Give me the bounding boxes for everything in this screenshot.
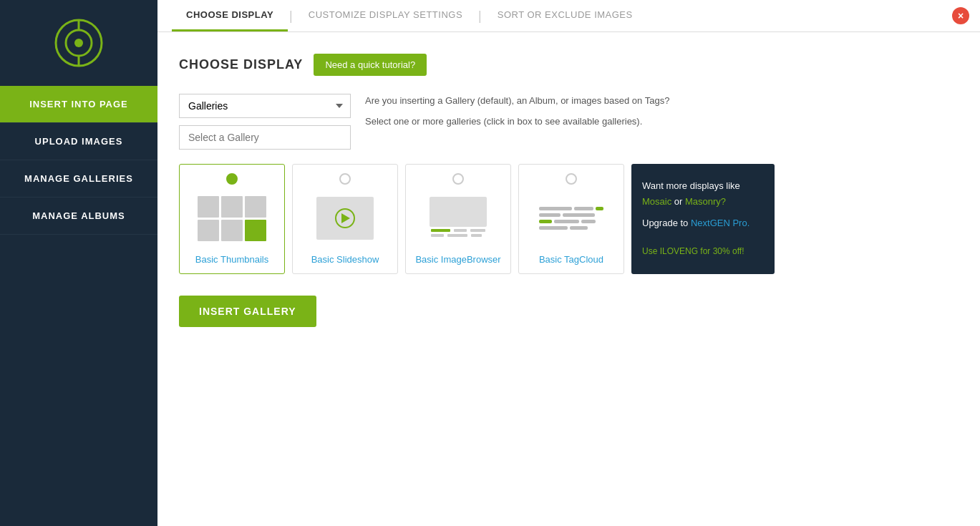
promo-card: Want more displays like Mosaic or Masonr…: [631, 164, 775, 274]
promo-coupon: Use ILOVENG for 30% off!: [642, 244, 764, 258]
basic-tagcloud-icon: [532, 190, 611, 247]
page-title-row: Choose Display Need a quick tutorial?: [179, 54, 959, 76]
tab-separator-1: |: [289, 9, 293, 24]
radio-basic-slideshow: [339, 173, 351, 185]
info-text-area: Are you inserting a Gallery (default), a…: [365, 94, 669, 130]
promo-text-2: Upgrade to NextGEN Pro.: [642, 215, 764, 231]
logo: [50, 14, 107, 72]
content-area: Choose Display Need a quick tutorial? Ga…: [157, 32, 980, 526]
insert-gallery-button[interactable]: Insert Gallery: [179, 296, 316, 327]
tutorial-button[interactable]: Need a quick tutorial?: [314, 54, 427, 76]
radio-basic-thumbnails: [226, 173, 238, 185]
tab-choose-display[interactable]: Choose Display: [172, 0, 288, 31]
basic-thumbnails-icon: [193, 190, 271, 247]
display-card-basic-tagcloud[interactable]: Basic TagCloud: [518, 164, 624, 274]
gallery-type-select[interactable]: Galleries Albums Tags: [179, 94, 351, 118]
close-button[interactable]: ×: [952, 7, 969, 24]
sidebar: Insert Into Page Upload Images Manage Ga…: [0, 0, 157, 526]
display-card-basic-slideshow[interactable]: Basic Slideshow: [292, 164, 398, 274]
basic-tagcloud-label: Basic TagCloud: [539, 254, 603, 265]
basic-slideshow-icon: [306, 190, 384, 247]
info-text-1: Are you inserting a Gallery (default), a…: [365, 94, 669, 109]
basic-imagebrowser-label: Basic ImageBrowser: [415, 254, 500, 265]
sidebar-item-insert-into-page[interactable]: Insert Into Page: [0, 86, 157, 123]
basic-thumbnails-label: Basic Thumbnails: [195, 254, 268, 265]
tab-sort-or-exclude-images[interactable]: Sort or Exclude Images: [483, 0, 647, 31]
tab-customize-display-settings[interactable]: Customize Display Settings: [294, 0, 477, 31]
promo-link-masonry[interactable]: Masonry?: [685, 196, 726, 207]
dropdown-container: Galleries Albums Tags: [179, 94, 351, 150]
gallery-select-input[interactable]: [179, 125, 351, 150]
radio-basic-imagebrowser: [452, 173, 464, 185]
basic-slideshow-label: Basic Slideshow: [311, 254, 379, 265]
page-title: Choose Display: [179, 57, 303, 72]
info-text-2: Select one or more galleries (click in b…: [365, 115, 669, 130]
radio-basic-tagcloud: [566, 173, 577, 185]
display-card-basic-thumbnails[interactable]: Basic Thumbnails: [179, 164, 285, 274]
sidebar-item-manage-galleries[interactable]: Manage Galleries: [0, 160, 157, 198]
promo-text-1: Want more displays like Mosaic or Masonr…: [642, 178, 764, 210]
sidebar-item-manage-albums[interactable]: Manage Albums: [0, 198, 157, 235]
sidebar-item-upload-images[interactable]: Upload Images: [0, 123, 157, 160]
dropdown-row: Galleries Albums Tags Are you inserting …: [179, 94, 959, 150]
basic-imagebrowser-icon: [419, 190, 498, 247]
svg-point-2: [74, 39, 83, 47]
tab-bar: Choose Display | Customize Display Setti…: [157, 0, 980, 32]
display-options: Basic Thumbnails Basic Slideshow: [179, 164, 959, 274]
display-card-basic-imagebrowser[interactable]: Basic ImageBrowser: [405, 164, 511, 274]
main-panel: Choose Display | Customize Display Setti…: [157, 0, 980, 526]
tab-separator-2: |: [478, 9, 482, 24]
promo-link-mosaic[interactable]: Mosaic: [642, 196, 671, 207]
sidebar-nav: Insert Into Page Upload Images Manage Ga…: [0, 86, 157, 235]
promo-link-nextgen-pro[interactable]: NextGEN Pro.: [691, 218, 749, 228]
